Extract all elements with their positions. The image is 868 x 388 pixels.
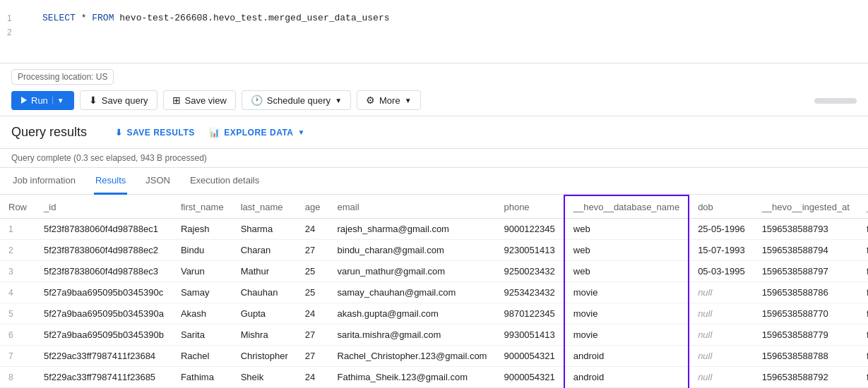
more-button[interactable]: ⚙ More ▼ [357,90,421,110]
table-cell: 1596538588779 [754,325,858,346]
scrollbar-indicator [814,98,857,104]
save-results-button[interactable]: ⬇ SAVE RESULTS [115,128,195,138]
explore-data-label: EXPLORE DATA [224,128,293,138]
table-cell: 3 [0,261,35,282]
run-icon [21,97,27,104]
table-cell: Sharma [232,219,297,240]
save-view-button[interactable]: ⊞ Save view [163,90,236,110]
table-cell: Samay [172,282,232,303]
col-header-dob: dob [689,195,754,219]
save-icon: ⬇ [89,95,97,106]
table-cell: 5f229ac33ff7987411f23684 [35,346,172,367]
table-cell: Rajesh [172,219,232,240]
table-cell: Gupta [232,303,297,325]
more-dropdown-arrow[interactable]: ▼ [405,97,412,104]
table-cell: false [858,261,868,282]
table-row: 15f23f87838060f4d98788ec1RajeshSharma24r… [0,219,868,240]
table-cell: 9253423432 [495,282,564,303]
table-cell: 1596538588794 [754,240,858,261]
code-content[interactable]: SELECT * FROM hevo-test-266608.hevo_test… [20,11,396,40]
col-header-age: age [297,195,329,219]
table-cell: sarita.mishra@gmail.com [329,325,496,346]
table-cell: 9930051413 [495,325,564,346]
table-cell: 9000054321 [495,346,564,367]
table-cell: 1596538588786 [754,282,858,303]
table-cell: Mishra [232,325,297,346]
save-query-label: Save query [102,95,148,106]
table-cell: false [858,303,868,325]
col-header-phone: phone [495,195,564,219]
table-cell: false [858,325,868,346]
table-cell: 5f23f87838060f4d98788ec1 [35,219,172,240]
col-header-row: Row [0,195,35,219]
table-cell: movie [564,325,689,346]
table-cell: web [564,240,689,261]
table-cell: android [564,367,689,388]
col-header-hevo-marked-deleted: __hevo__marked_deleted [858,195,868,219]
tab-json[interactable]: JSON [144,168,172,195]
col-header-first-name: first_name [172,195,232,219]
results-header: Query results ⬇ SAVE RESULTS 📊 EXPLORE D… [0,116,868,149]
table-cell: 1 [0,219,35,240]
tabs: Job information Results JSON Execution d… [0,168,868,195]
table-cell: false [858,240,868,261]
schedule-query-button[interactable]: 🕐 Schedule query ▼ [242,90,351,110]
tab-results[interactable]: Results [94,168,127,195]
code-text: * [81,13,93,23]
table-cell: null [689,367,754,388]
table-cell: 5 [0,303,35,325]
table-cell: Christopher [232,346,297,367]
table-cell: Akash [172,303,232,325]
save-view-label: Save view [185,95,227,106]
schedule-query-label: Schedule query [267,95,331,106]
save-query-button[interactable]: ⬇ Save query [80,90,157,110]
table-cell: web [564,261,689,282]
col-header-hevo-ingested-at: __hevo__ingested_at [754,195,858,219]
table-cell: 1596538588793 [754,219,858,240]
table-cell: Rachel [172,346,232,367]
table-cell: 27 [297,346,329,367]
table-row: 65f27a9baa695095b0345390bSaritaMishra27s… [0,325,868,346]
table-cell: null [689,346,754,367]
schedule-dropdown-arrow[interactable]: ▼ [335,97,342,104]
table-cell: android [564,346,689,367]
toolbar-buttons: Run ▼ ⬇ Save query ⊞ Save view 🕐 Schedul… [11,90,857,110]
table-cell: Rachel_Christopher.123@gmail.com [329,346,496,367]
table-cell: varun_mathur@gmail.com [329,261,496,282]
table-cell: 9250023432 [495,261,564,282]
table-cell: null [689,282,754,303]
table-cell: 25 [297,261,329,282]
table-row: 35f23f87838060f4d98788ec3VarunMathur25va… [0,261,868,282]
table-cell: 5f27a9baa695095b0345390c [35,282,172,303]
table-cell: 25 [297,282,329,303]
table-cell: Fathima_Sheik.123@gmail.com [329,367,496,388]
table-cell: 9230051413 [495,240,564,261]
table-cell: Sarita [172,325,232,346]
table-cell: Charan [232,240,297,261]
more-label: More [379,95,400,106]
run-button[interactable]: Run ▼ [11,91,74,110]
table-cell: 8 [0,367,35,388]
status-text: Query complete (0.3 sec elapsed, 943 B p… [11,153,207,163]
table-cell: 25-05-1996 [689,219,754,240]
table-cell: false [858,219,868,240]
col-header-id: _id [35,195,172,219]
status-bar: Query complete (0.3 sec elapsed, 943 B p… [0,149,868,168]
table-cell: Sheik [232,367,297,388]
tab-job-information[interactable]: Job information [11,168,77,195]
table-cell: false [858,367,868,388]
tab-execution-details[interactable]: Execution details [189,168,261,195]
table-cell: null [689,325,754,346]
table-cell: akash.gupta@gmail.com [329,303,496,325]
keyword-from: FROM [92,13,114,23]
keyword-select: SELECT [42,13,76,23]
table-cell: 24 [297,303,329,325]
run-dropdown-arrow[interactable]: ▼ [52,97,64,104]
table-cell: movie [564,282,689,303]
explore-dropdown-arrow[interactable]: ▼ [298,128,305,136]
table-cell: false [858,282,868,303]
sql-editor[interactable]: 1 2 SELECT * FROM hevo-test-266608.hevo_… [0,0,868,63]
explore-data-button[interactable]: 📊 EXPLORE DATA ▼ [209,128,305,138]
table-cell: 7 [0,346,35,367]
table-cell: 15-07-1993 [689,240,754,261]
